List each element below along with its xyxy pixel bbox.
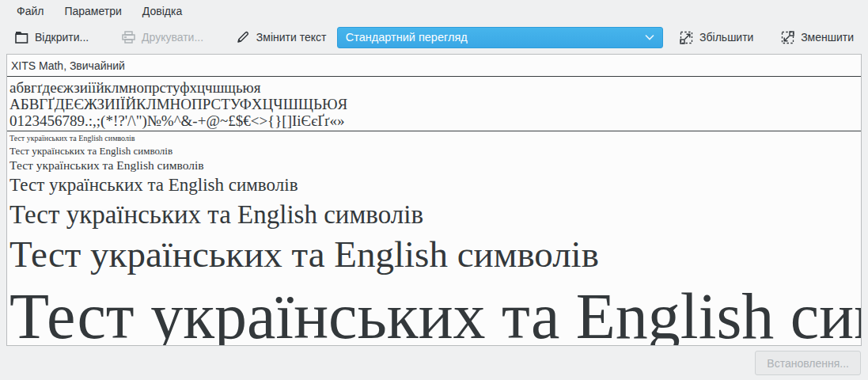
preview-type-value: Стандартний перегляд [346,31,640,44]
print-button[interactable]: Друкувати... [115,26,210,48]
printer-icon [121,30,135,44]
sample-text-size-1: Тест українських та English символів [9,133,861,144]
folder-open-icon [14,30,28,44]
font-name-heading: XITS Math, Звичайний [7,55,861,77]
open-button[interactable]: Відкрити... [8,26,95,48]
glyph-preview-area: абвгґдеєжзиіїйклмнопрстуфхцчшщьюя АБВГҐД… [7,77,861,129]
sample-text-size-6: Тест українських та English символів [9,233,861,276]
zoom-in-button-label: Збільшити [699,31,753,44]
zoom-out-button[interactable]: Зменшити [774,26,860,48]
sample-text-size-3: Тест українських та English символів [9,158,861,173]
install-button[interactable]: Встановлення... [755,351,861,375]
menu-settings[interactable]: Параметри [55,2,130,21]
preview-separator [7,131,861,131]
zoom-in-icon [679,30,693,44]
zoom-out-icon [780,30,794,44]
menu-help[interactable]: Довідка [134,2,191,21]
sample-text-size-4: Тест українських та English символів [9,173,861,196]
sample-text-size-2: Тест українських та English символів [9,144,861,158]
symbols-line: 0123456789.:,;(*!?'/\")№%^&-+@~£$€<>{}[]… [9,112,861,129]
uppercase-alphabet-line: АБВГҐДЕЄЖЗИІЇЙКЛМНОПРСТУФХЦЧШЩЬЮЯ [9,96,861,112]
font-preview-panel[interactable]: XITS Math, Звичайний абвгґдеєжзиіїйклмно… [6,54,862,346]
menu-file[interactable]: Файл [8,2,52,21]
sample-text-size-7: Тест українських та English символів [9,276,861,346]
pencil-icon [236,30,250,44]
print-button-label: Друкувати... [142,31,203,44]
preview-type-select[interactable]: Стандартний перегляд [337,27,663,48]
menu-bar: Файл Параметри Довідка [0,0,868,22]
sample-text-size-5: Тест українських та English символів [9,196,861,233]
open-button-label: Відкрити... [35,31,89,44]
lowercase-alphabet-line: абвгґдеєжзиіїйклмнопрстуфхцчшщьюя [9,79,861,96]
sample-text-area: Тест українських та English символів Тес… [7,132,861,346]
zoom-in-button[interactable]: Збільшити [673,26,760,48]
toolbar: Відкрити... Друкувати... Змінити текст С… [0,22,868,52]
change-text-button[interactable]: Змінити текст [229,26,333,48]
change-text-button-label: Змінити текст [256,31,327,44]
chevron-down-icon [645,34,654,40]
zoom-out-button-label: Зменшити [801,31,854,44]
